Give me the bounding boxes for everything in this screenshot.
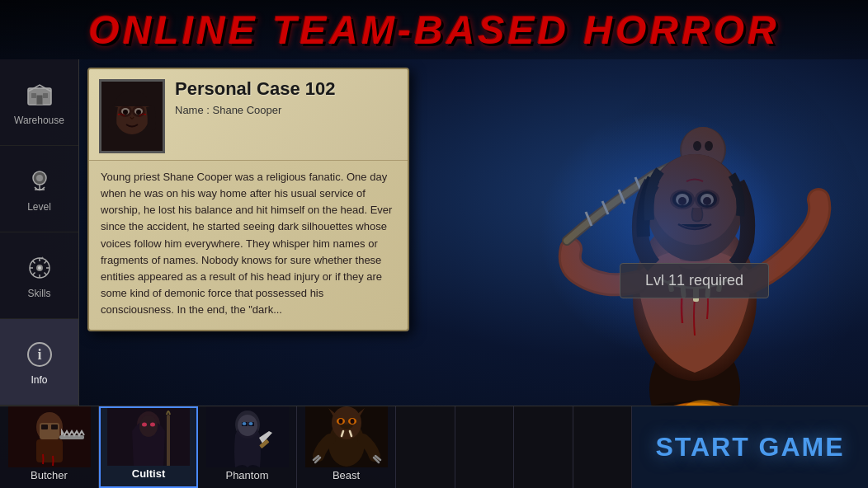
svg-point-59 — [119, 106, 132, 117]
start-game-button[interactable]: START GAME — [632, 406, 868, 488]
svg-point-5 — [36, 175, 43, 181]
case-name: Name : Shane Cooper — [175, 104, 398, 116]
character-portrait — [99, 79, 165, 153]
svg-point-70 — [139, 415, 158, 437]
level-required-badge: Lvl 11 required — [620, 263, 769, 298]
main-content: Personal Case 102 Name : Shane Cooper Yo… — [79, 59, 868, 406]
svg-line-17 — [32, 273, 35, 275]
char-slot-7 — [514, 406, 573, 488]
svg-point-79 — [242, 422, 246, 425]
character-selection-bar: Butcher Cultist — [0, 406, 868, 488]
butcher-thumbnail — [0, 406, 98, 467]
cultist-thumbnail — [101, 408, 196, 466]
level-icon — [23, 165, 56, 198]
svg-rect-66 — [51, 425, 58, 429]
svg-point-60 — [132, 106, 145, 117]
case-description: Young priest Shane Cooper was a religiou… — [89, 161, 408, 330]
char-slot-8 — [573, 406, 633, 488]
char-item-butcher[interactable]: Butcher — [0, 406, 99, 488]
svg-text:i: i — [37, 346, 41, 363]
sidebar: Warehouse Level — [0, 59, 79, 406]
svg-rect-73 — [167, 415, 170, 466]
svg-point-84 — [332, 406, 361, 439]
svg-line-16 — [44, 261, 46, 264]
phantom-thumbnail — [198, 406, 296, 467]
start-game-label: START GAME — [655, 432, 844, 462]
svg-rect-67 — [59, 435, 84, 439]
case-info: Personal Case 102 Name : Shane Cooper — [175, 79, 398, 116]
svg-point-72 — [150, 423, 155, 427]
butcher-label: Butcher — [31, 467, 68, 483]
svg-line-14 — [32, 261, 35, 264]
sidebar-level-label: Level — [27, 201, 51, 213]
svg-rect-65 — [41, 425, 48, 429]
sidebar-item-warehouse[interactable]: Warehouse — [0, 59, 78, 146]
empty-char-slots — [396, 406, 632, 488]
case-card-header: Personal Case 102 Name : Shane Cooper — [89, 69, 408, 161]
info-icon: i — [23, 338, 56, 371]
sidebar-item-info[interactable]: i Info — [0, 319, 78, 406]
sidebar-info-label: Info — [31, 374, 47, 386]
title-bar: ONLINE TEAM-BASED HORROR — [0, 0, 868, 59]
svg-point-88 — [350, 419, 354, 424]
svg-line-15 — [44, 273, 46, 275]
skills-icon — [23, 251, 56, 284]
case-title: Personal Case 102 — [175, 79, 398, 99]
main-title: ONLINE TEAM-BASED HORROR — [88, 7, 779, 53]
sidebar-warehouse-label: Warehouse — [14, 115, 64, 126]
sidebar-item-skills[interactable]: Skills — [0, 232, 78, 319]
svg-point-71 — [142, 423, 147, 427]
svg-point-18 — [38, 266, 41, 270]
phantom-label: Phantom — [225, 467, 268, 483]
case-card: Personal Case 102 Name : Shane Cooper Yo… — [87, 68, 409, 331]
char-item-phantom[interactable]: Phantom — [198, 406, 297, 488]
svg-rect-3 — [43, 93, 48, 98]
warehouse-icon — [23, 78, 56, 111]
monster-glow — [538, 109, 785, 356]
beast-thumbnail — [297, 406, 395, 467]
svg-rect-1 — [36, 95, 43, 105]
svg-rect-63 — [36, 439, 63, 462]
sidebar-skills-label: Skills — [27, 288, 50, 299]
svg-point-80 — [248, 422, 252, 425]
sidebar-item-level[interactable]: Level — [0, 146, 78, 232]
char-item-beast[interactable]: Beast — [297, 406, 396, 488]
cultist-label: Cultist — [132, 466, 165, 481]
beast-label: Beast — [333, 467, 360, 483]
svg-rect-2 — [31, 93, 36, 98]
char-item-cultist[interactable]: Cultist — [99, 406, 198, 488]
svg-point-87 — [338, 419, 342, 424]
level-required-text: Lvl 11 required — [645, 272, 743, 289]
char-slot-5 — [396, 406, 455, 488]
char-slot-6 — [455, 406, 515, 488]
